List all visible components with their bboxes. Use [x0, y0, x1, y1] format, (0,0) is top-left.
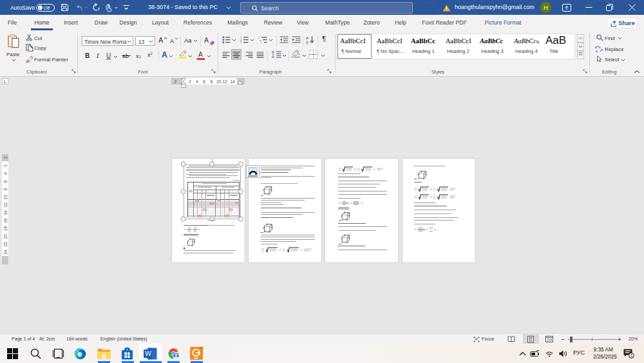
svg-text:16: 16 [3, 218, 8, 223]
svg-text:2: 2 [3, 164, 8, 167]
svg-text:20: 20 [3, 234, 8, 239]
svg-text:3: 3 [240, 41, 242, 44]
svg-text:18: 18 [3, 226, 8, 231]
svg-text:Off: Off [44, 6, 50, 10]
svg-text:1: 1 [630, 353, 633, 358]
svg-text:6: 6 [3, 180, 8, 182]
svg-text:10: 10 [216, 79, 222, 84]
svg-text:8: 8 [210, 79, 213, 84]
svg-text:4: 4 [196, 79, 198, 84]
svg-text:24: 24 [3, 250, 8, 255]
svg-text:10: 10 [3, 195, 8, 200]
svg-text:12: 12 [3, 202, 8, 208]
svg-text:12: 12 [223, 79, 228, 84]
svg-text:2: 2 [3, 156, 8, 159]
svg-text:14: 14 [230, 79, 235, 84]
svg-text:i: i [261, 41, 261, 44]
svg-text:b: b [598, 45, 601, 49]
svg-text:22: 22 [3, 242, 8, 247]
svg-text:6: 6 [203, 79, 205, 84]
svg-text:14: 14 [3, 210, 8, 215]
svg-text:8: 8 [3, 188, 8, 190]
svg-text:PDF: PDF [194, 357, 198, 360]
svg-text:W: W [145, 349, 151, 357]
svg-text:4: 4 [3, 172, 8, 175]
svg-text:Z: Z [306, 41, 308, 44]
svg-text:2: 2 [189, 79, 191, 84]
svg-text:A: A [306, 36, 309, 40]
svg-text:c: c [596, 49, 598, 53]
svg-text:2: 2 [175, 79, 177, 84]
